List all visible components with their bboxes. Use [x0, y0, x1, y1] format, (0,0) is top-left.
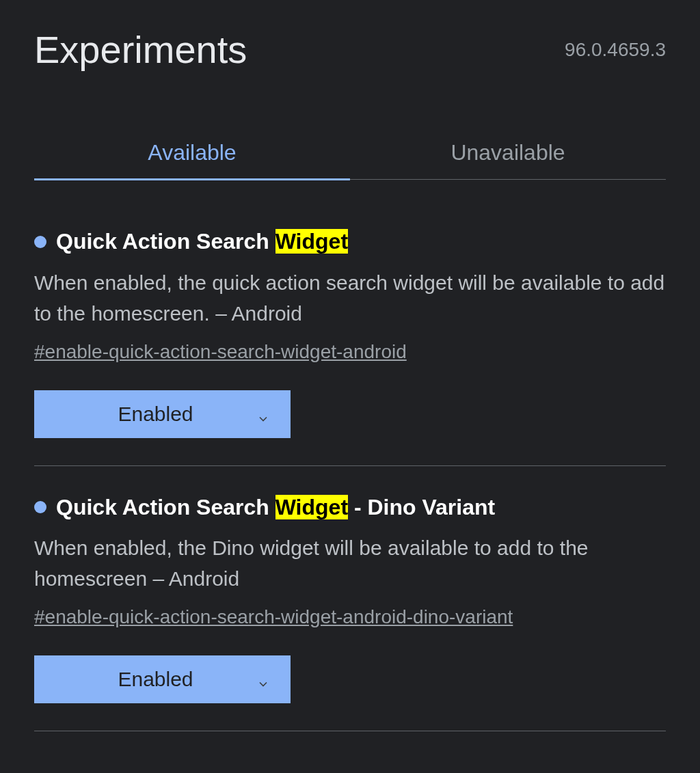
- experiment-item: Quick Action Search Widget - Dino Varian…: [34, 493, 666, 732]
- title-highlight: Widget: [275, 229, 348, 254]
- dropdown-value: Enabled: [55, 403, 256, 426]
- tabs-container: Available Unavailable: [34, 126, 666, 180]
- chevron-down-icon: [256, 407, 270, 421]
- chevron-down-icon: [256, 673, 270, 686]
- dropdown-value: Enabled: [55, 668, 256, 691]
- experiment-item: Quick Action Search Widget When enabled,…: [34, 228, 666, 466]
- title-prefix: Quick Action Search: [56, 495, 275, 519]
- experiment-dropdown[interactable]: Enabled: [34, 655, 291, 703]
- tab-available[interactable]: Available: [34, 126, 350, 179]
- title-suffix: - Dino Variant: [348, 495, 495, 519]
- experiment-title-row: Quick Action Search Widget - Dino Varian…: [34, 493, 666, 522]
- page-header: Experiments 96.0.4659.3: [34, 27, 666, 72]
- title-highlight: Widget: [275, 495, 348, 519]
- experiment-flag-link[interactable]: #enable-quick-action-search-widget-andro…: [34, 606, 666, 628]
- experiment-title: Quick Action Search Widget - Dino Varian…: [56, 493, 495, 522]
- experiment-title-row: Quick Action Search Widget: [34, 228, 666, 256]
- experiment-title: Quick Action Search Widget: [56, 228, 348, 256]
- status-dot-icon: [34, 501, 46, 513]
- page-title: Experiments: [34, 27, 247, 72]
- experiment-dropdown[interactable]: Enabled: [34, 390, 291, 438]
- tab-unavailable[interactable]: Unavailable: [350, 126, 666, 179]
- version-label: 96.0.4659.3: [565, 39, 666, 61]
- experiment-flag-link[interactable]: #enable-quick-action-search-widget-andro…: [34, 341, 666, 363]
- title-prefix: Quick Action Search: [56, 229, 275, 254]
- experiment-description: When enabled, the Dino widget will be av…: [34, 532, 666, 594]
- status-dot-icon: [34, 236, 46, 248]
- experiment-description: When enabled, the quick action search wi…: [34, 267, 666, 329]
